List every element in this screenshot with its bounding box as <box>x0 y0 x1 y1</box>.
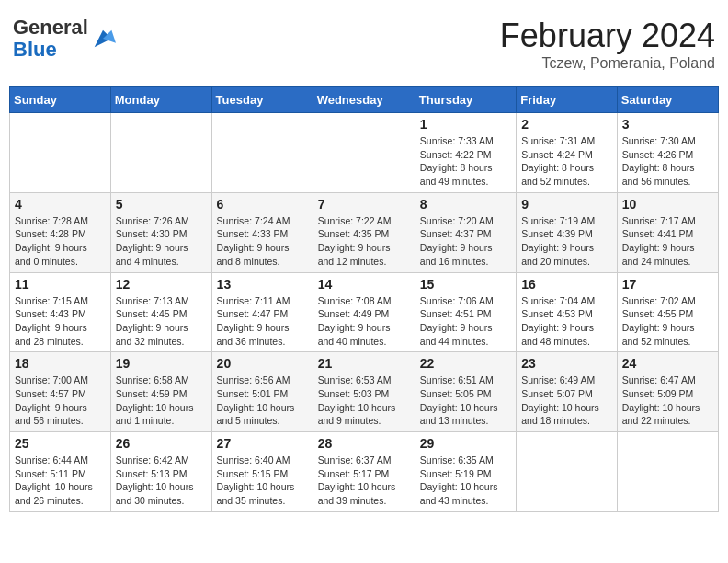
day-info: Sunrise: 7:13 AMSunset: 4:45 PMDaylight:… <box>116 294 207 349</box>
day-number: 29 <box>420 436 511 451</box>
day-info: Sunrise: 6:40 AMSunset: 5:15 PMDaylight:… <box>217 454 308 508</box>
day-number: 3 <box>622 117 713 132</box>
day-number: 12 <box>116 277 207 292</box>
page-header: General Blue February 2024 Tczew, Pomera… <box>9 9 719 79</box>
day-info: Sunrise: 7:04 AMSunset: 4:53 PMDaylight:… <box>521 294 612 349</box>
logo-general: General <box>13 17 88 39</box>
day-number: 17 <box>622 277 713 292</box>
day-number: 16 <box>521 277 612 292</box>
calendar-day-cell: 3Sunrise: 7:30 AMSunset: 4:26 PMDaylight… <box>617 113 718 193</box>
day-info: Sunrise: 7:33 AMSunset: 4:22 PMDaylight:… <box>420 134 511 189</box>
day-of-week-header: Tuesday <box>211 87 313 113</box>
calendar-day-cell: 26Sunrise: 6:42 AMSunset: 5:13 PMDayligh… <box>110 432 211 512</box>
calendar-header-row: SundayMondayTuesdayWednesdayThursdayFrid… <box>10 87 719 113</box>
calendar-day-cell: 25Sunrise: 6:44 AMSunset: 5:11 PMDayligh… <box>10 432 111 512</box>
day-info: Sunrise: 7:11 AMSunset: 4:47 PMDaylight:… <box>217 294 308 349</box>
day-info: Sunrise: 7:00 AMSunset: 4:57 PMDaylight:… <box>15 373 106 428</box>
day-info: Sunrise: 6:35 AMSunset: 5:19 PMDaylight:… <box>420 454 511 508</box>
day-info: Sunrise: 6:51 AMSunset: 5:05 PMDaylight:… <box>420 373 511 428</box>
calendar-day-cell: 20Sunrise: 6:56 AMSunset: 5:01 PMDayligh… <box>211 352 313 432</box>
calendar-day-cell: 4Sunrise: 7:28 AMSunset: 4:28 PMDaylight… <box>10 192 111 272</box>
day-info: Sunrise: 7:22 AMSunset: 4:35 PMDaylight:… <box>318 214 410 269</box>
calendar-day-cell: 15Sunrise: 7:06 AMSunset: 4:51 PMDayligh… <box>415 272 516 352</box>
calendar-week-row: 1Sunrise: 7:33 AMSunset: 4:22 PMDaylight… <box>10 113 719 193</box>
calendar-day-cell: 18Sunrise: 7:00 AMSunset: 4:57 PMDayligh… <box>10 352 111 432</box>
calendar-day-cell: 16Sunrise: 7:04 AMSunset: 4:53 PMDayligh… <box>517 272 618 352</box>
calendar-day-cell <box>617 432 718 512</box>
calendar-day-cell <box>211 113 313 193</box>
day-of-week-header: Saturday <box>617 87 718 113</box>
day-number: 7 <box>318 197 410 212</box>
calendar-day-cell: 5Sunrise: 7:26 AMSunset: 4:30 PMDaylight… <box>110 192 211 272</box>
day-info: Sunrise: 7:31 AMSunset: 4:24 PMDaylight:… <box>521 134 612 189</box>
day-number: 26 <box>116 436 207 451</box>
day-info: Sunrise: 7:06 AMSunset: 4:51 PMDaylight:… <box>420 294 511 349</box>
day-number: 9 <box>521 197 612 212</box>
day-of-week-header: Monday <box>110 87 211 113</box>
day-number: 6 <box>217 197 308 212</box>
day-number: 21 <box>318 356 410 371</box>
title-section: February 2024 Tczew, Pomerania, Poland <box>500 17 715 72</box>
calendar-day-cell: 19Sunrise: 6:58 AMSunset: 4:59 PMDayligh… <box>110 352 211 432</box>
location-text: Tczew, Pomerania, Poland <box>500 55 715 72</box>
day-info: Sunrise: 6:58 AMSunset: 4:59 PMDaylight:… <box>116 373 207 428</box>
calendar-day-cell: 23Sunrise: 6:49 AMSunset: 5:07 PMDayligh… <box>517 352 618 432</box>
day-info: Sunrise: 7:08 AMSunset: 4:49 PMDaylight:… <box>318 294 410 349</box>
day-info: Sunrise: 6:56 AMSunset: 5:01 PMDaylight:… <box>217 373 308 428</box>
day-info: Sunrise: 6:49 AMSunset: 5:07 PMDaylight:… <box>521 373 612 428</box>
day-info: Sunrise: 7:30 AMSunset: 4:26 PMDaylight:… <box>622 134 713 189</box>
day-of-week-header: Friday <box>517 87 618 113</box>
day-info: Sunrise: 7:02 AMSunset: 4:55 PMDaylight:… <box>622 294 713 349</box>
day-number: 25 <box>15 436 106 451</box>
day-number: 15 <box>420 277 511 292</box>
day-info: Sunrise: 7:24 AMSunset: 4:33 PMDaylight:… <box>217 214 308 269</box>
day-number: 4 <box>15 197 106 212</box>
calendar-day-cell: 24Sunrise: 6:47 AMSunset: 5:09 PMDayligh… <box>617 352 718 432</box>
day-number: 19 <box>116 356 207 371</box>
calendar-day-cell <box>517 432 618 512</box>
calendar-day-cell: 11Sunrise: 7:15 AMSunset: 4:43 PMDayligh… <box>10 272 111 352</box>
calendar-day-cell: 14Sunrise: 7:08 AMSunset: 4:49 PMDayligh… <box>313 272 415 352</box>
day-number: 8 <box>420 197 511 212</box>
day-number: 5 <box>116 197 207 212</box>
calendar-day-cell: 7Sunrise: 7:22 AMSunset: 4:35 PMDaylight… <box>313 192 415 272</box>
day-info: Sunrise: 6:47 AMSunset: 5:09 PMDaylight:… <box>622 373 713 428</box>
logo-icon <box>90 26 116 52</box>
month-year-title: February 2024 <box>500 17 715 55</box>
day-info: Sunrise: 6:44 AMSunset: 5:11 PMDaylight:… <box>15 454 106 508</box>
calendar-day-cell: 13Sunrise: 7:11 AMSunset: 4:47 PMDayligh… <box>211 272 313 352</box>
calendar-day-cell: 9Sunrise: 7:19 AMSunset: 4:39 PMDaylight… <box>517 192 618 272</box>
day-info: Sunrise: 6:37 AMSunset: 5:17 PMDaylight:… <box>318 454 410 508</box>
day-info: Sunrise: 7:15 AMSunset: 4:43 PMDaylight:… <box>15 294 106 349</box>
calendar-day-cell: 28Sunrise: 6:37 AMSunset: 5:17 PMDayligh… <box>313 432 415 512</box>
calendar-day-cell: 29Sunrise: 6:35 AMSunset: 5:19 PMDayligh… <box>415 432 516 512</box>
day-info: Sunrise: 7:17 AMSunset: 4:41 PMDaylight:… <box>622 214 713 269</box>
calendar-day-cell: 6Sunrise: 7:24 AMSunset: 4:33 PMDaylight… <box>211 192 313 272</box>
day-info: Sunrise: 6:53 AMSunset: 5:03 PMDaylight:… <box>318 373 410 428</box>
day-number: 28 <box>318 436 410 451</box>
calendar-day-cell: 1Sunrise: 7:33 AMSunset: 4:22 PMDaylight… <box>415 113 516 193</box>
day-number: 14 <box>318 277 410 292</box>
day-info: Sunrise: 6:42 AMSunset: 5:13 PMDaylight:… <box>116 454 207 508</box>
day-info: Sunrise: 7:19 AMSunset: 4:39 PMDaylight:… <box>521 214 612 269</box>
day-number: 20 <box>217 356 308 371</box>
calendar-day-cell: 27Sunrise: 6:40 AMSunset: 5:15 PMDayligh… <box>211 432 313 512</box>
calendar-day-cell: 17Sunrise: 7:02 AMSunset: 4:55 PMDayligh… <box>617 272 718 352</box>
day-of-week-header: Wednesday <box>313 87 415 113</box>
day-of-week-header: Sunday <box>10 87 111 113</box>
day-number: 24 <box>622 356 713 371</box>
calendar-week-row: 25Sunrise: 6:44 AMSunset: 5:11 PMDayligh… <box>10 432 719 512</box>
calendar-day-cell <box>10 113 111 193</box>
day-number: 2 <box>521 117 612 132</box>
logo-blue: Blue <box>13 39 88 61</box>
logo: General Blue <box>13 17 116 61</box>
calendar-day-cell: 21Sunrise: 6:53 AMSunset: 5:03 PMDayligh… <box>313 352 415 432</box>
calendar-day-cell: 22Sunrise: 6:51 AMSunset: 5:05 PMDayligh… <box>415 352 516 432</box>
day-number: 23 <box>521 356 612 371</box>
calendar-week-row: 11Sunrise: 7:15 AMSunset: 4:43 PMDayligh… <box>10 272 719 352</box>
day-info: Sunrise: 7:28 AMSunset: 4:28 PMDaylight:… <box>15 214 106 269</box>
day-number: 27 <box>217 436 308 451</box>
day-of-week-header: Thursday <box>415 87 516 113</box>
calendar-day-cell <box>110 113 211 193</box>
day-info: Sunrise: 7:26 AMSunset: 4:30 PMDaylight:… <box>116 214 207 269</box>
